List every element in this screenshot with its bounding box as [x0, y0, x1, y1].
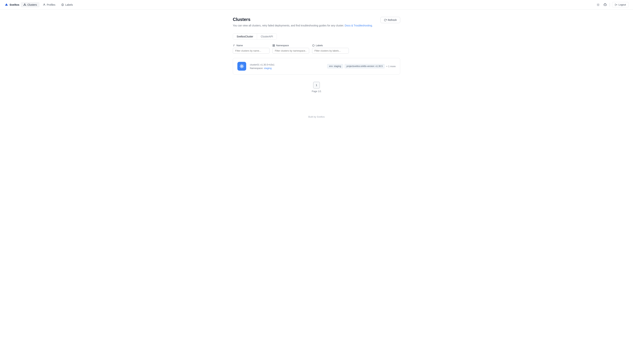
cluster-info: cluster01 v1.30.5+k3s1 Namespace: stagin… — [250, 63, 323, 70]
theme-toggle[interactable] — [596, 2, 600, 7]
nav-item-clusters[interactable]: Clusters — [21, 2, 39, 7]
svg-line-29 — [240, 65, 241, 66]
filter-namespace-group: Namespace — [272, 44, 309, 54]
filter-namespace-input[interactable] — [272, 48, 309, 54]
page-description: You can view all clusters, retry failed … — [233, 24, 373, 28]
svg-rect-21 — [273, 46, 274, 46]
logo[interactable]: Sveltos — [5, 3, 19, 7]
cluster-icon — [237, 62, 246, 71]
filter-name-input[interactable] — [233, 48, 270, 54]
logout-icon — [615, 4, 617, 6]
nav-item-profiles[interactable]: Profiles — [40, 2, 58, 7]
filter-labels-group: Labels — [312, 44, 349, 54]
description-text: You can view all clusters, retry failed … — [233, 24, 344, 27]
github-icon — [603, 3, 607, 6]
more-labels[interactable]: + 1 more — [386, 65, 396, 68]
filter-name-label: Name — [233, 44, 270, 47]
cluster-list: cluster01 v1.30.5+k3s1 Namespace: stagin… — [233, 58, 400, 74]
labels-filter-icon — [312, 44, 315, 47]
namespace-filter-icon — [272, 44, 275, 47]
svg-line-32 — [240, 67, 241, 68]
svg-point-1 — [25, 4, 25, 4]
cluster-namespace: Namespace: staging — [250, 67, 323, 70]
page-info: Page 1/1 — [312, 90, 321, 93]
page-header-text: Clusters You can view all clusters, retr… — [233, 17, 373, 28]
svg-point-9 — [597, 4, 599, 6]
labels-icon — [61, 3, 64, 6]
svg-rect-19 — [273, 44, 274, 45]
filter-name-group: Name — [233, 44, 270, 54]
filter-namespace-label: Namespace — [272, 44, 309, 47]
logo-text: Sveltos — [10, 3, 19, 6]
logo-icon — [5, 3, 9, 7]
label-tag: env: staging — [327, 64, 343, 68]
tab-sveltos-cluster[interactable]: SveltosCluster — [233, 34, 257, 40]
svg-rect-20 — [274, 44, 275, 45]
svg-line-31 — [243, 65, 243, 66]
refresh-icon — [384, 19, 387, 22]
github-link[interactable] — [603, 2, 607, 7]
filter-labels-label: Labels — [312, 44, 349, 47]
cluster-tabs: SveltosCluster ClusterAPI — [233, 34, 277, 40]
sun-icon — [596, 3, 600, 6]
cluster-name: cluster01 v1.30.5+k3s1 — [250, 63, 323, 66]
svg-point-7 — [44, 4, 45, 4]
nav-profiles-label: Profiles — [47, 3, 56, 6]
helm-icon — [239, 64, 244, 69]
clusters-icon — [23, 3, 26, 6]
filters-bar: Name Namespace Labels — [233, 44, 400, 54]
nav-clusters-label: Clusters — [27, 3, 37, 6]
docs-link[interactable]: Docs & Troubleshooting — [345, 24, 372, 27]
nav-labels-label: Labels — [65, 3, 73, 6]
nav-item-labels[interactable]: Labels — [59, 2, 75, 7]
svg-point-23 — [241, 66, 243, 67]
logout-label: Logout — [618, 3, 626, 6]
cluster-version: v1.30.5+k3s1 — [260, 63, 275, 66]
table-row[interactable]: cluster01 v1.30.5+k3s1 Namespace: stagin… — [233, 58, 400, 74]
svg-line-16 — [597, 6, 597, 6]
svg-line-13 — [599, 6, 599, 6]
svg-rect-22 — [274, 46, 275, 46]
page-header: Clusters You can view all clusters, retr… — [233, 17, 400, 28]
page-title: Clusters — [233, 17, 373, 22]
nav-divider — [610, 3, 610, 6]
name-filter-icon — [233, 44, 235, 47]
cluster-labels: env: staging projectsveltos.io/k8s-versi… — [327, 64, 396, 68]
label-tag: projectsveltos.io/k8s-version: v1.30.5 — [345, 64, 385, 68]
namespace-link[interactable]: staging — [264, 67, 272, 70]
footer-text: Built by Sveltos — [308, 116, 325, 118]
logout-button[interactable]: Logout — [612, 2, 628, 7]
profiles-icon — [43, 3, 46, 6]
tab-cluster-api[interactable]: ClusterAPI — [257, 34, 277, 40]
pagination: 1 Page 1/1 — [233, 82, 400, 93]
svg-line-30 — [243, 67, 243, 68]
filter-labels-input[interactable] — [312, 48, 349, 54]
refresh-label: Refresh — [388, 18, 397, 22]
refresh-button[interactable]: Refresh — [380, 17, 400, 23]
page-button-1[interactable]: 1 — [313, 82, 320, 88]
